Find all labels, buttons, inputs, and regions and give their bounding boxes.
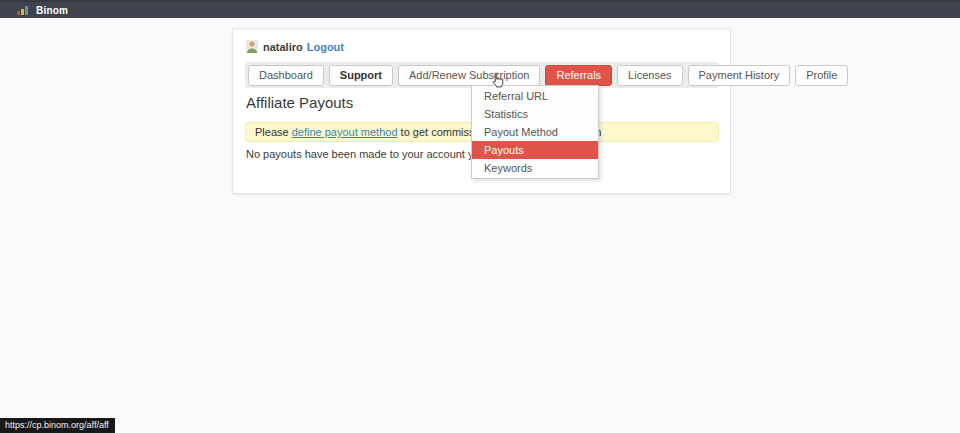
topbar: Binom <box>0 0 960 18</box>
alert-text-before: Please <box>255 126 292 138</box>
link-preview-statusbar: https://cp.binom.org/aff/aff <box>0 418 115 433</box>
account-row: nataliro Logout <box>246 40 344 53</box>
person-icon <box>246 40 258 53</box>
tab-add-renew-subscription[interactable]: Add/Renew Subscription <box>398 65 540 86</box>
referrals-dropdown: Referral URLStatisticsPayout MethodPayou… <box>471 85 599 179</box>
brand-label: Binom <box>36 5 68 16</box>
tab-referrals[interactable]: Referrals <box>545 65 612 86</box>
define-payout-method-link[interactable]: define payout method <box>292 126 398 138</box>
bar-chart-icon <box>17 5 29 15</box>
tab-payment-history[interactable]: Payment History <box>688 65 791 86</box>
tab-dashboard[interactable]: Dashboard <box>248 65 324 86</box>
tab-support[interactable]: Support <box>329 65 393 86</box>
menu-item-statistics[interactable]: Statistics <box>472 105 598 123</box>
tab-profile[interactable]: Profile <box>795 65 848 86</box>
page-title: Affiliate Payouts <box>246 94 353 111</box>
menu-item-keywords[interactable]: Keywords <box>472 159 598 177</box>
empty-payouts-message: No payouts have been made to your accoun… <box>246 148 483 160</box>
logout-link[interactable]: Logout <box>307 41 344 53</box>
username-label: nataliro <box>263 41 303 53</box>
main-card: nataliro Logout DashboardSupportAdd/Rene… <box>232 28 731 194</box>
menu-item-payouts[interactable]: Payouts <box>472 141 598 159</box>
cursor-pointer-icon <box>490 72 505 93</box>
menu-item-payout-method[interactable]: Payout Method <box>472 123 598 141</box>
tab-licenses[interactable]: Licenses <box>617 65 682 86</box>
